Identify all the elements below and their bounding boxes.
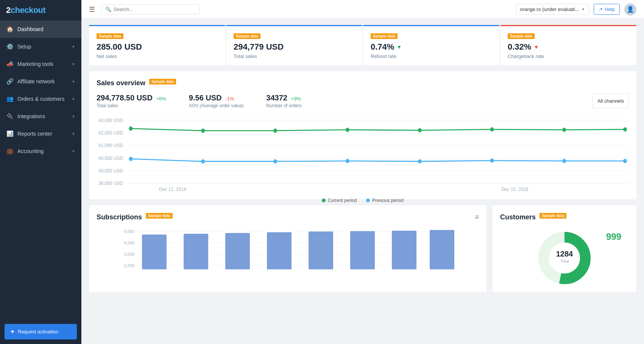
svg-point-20 (562, 128, 566, 132)
stat-total-sales: 294,778.50 USD +6% Total sales (97, 94, 166, 108)
stat-change: -1% (225, 96, 234, 102)
metric-value: 0.74% ▼ (371, 42, 492, 52)
stat-aov: 9.56 USD -1% AOV (Average order value) (189, 94, 244, 108)
svg-rect-43 (350, 231, 375, 269)
metric-card-total-sales: Sample data 294,779 USD Total sales (226, 25, 362, 65)
hamburger-menu-icon[interactable]: ☰ (89, 5, 95, 14)
metric-card-refund-rate: Sample data 0.74% ▼ Refund rate (363, 25, 499, 65)
stat-value: 9.56 USD -1% (189, 94, 244, 102)
svg-rect-39 (184, 234, 208, 269)
metric-card-net-sales: Sample data 285.00 USD Net sales (89, 25, 225, 65)
svg-text:38,000 USD: 38,000 USD (98, 181, 123, 186)
chevron-down-icon: ▼ (72, 45, 75, 49)
main-area: ☰ 🔍 orange.ro (under evaluati... ▼ ↗ Hel… (81, 0, 644, 344)
chart-svg: 43,000 USD 42,000 USD 41,000 USD 40,000 … (97, 116, 629, 192)
sidebar-item-label: Integrations (17, 113, 45, 119)
sidebar-item-affiliate-network[interactable]: 🔗 Affiliate network ▼ (0, 73, 81, 90)
svg-rect-41 (267, 232, 292, 269)
donut-chart-area: 1284 Total 999 (500, 228, 629, 285)
current-period-label: Current period (328, 198, 357, 203)
svg-text:Dec 15, 2018: Dec 15, 2018 (501, 186, 529, 192)
metric-label: Total sales (234, 53, 355, 59)
topbar: ☰ 🔍 orange.ro (under evaluati... ▼ ↗ Hel… (81, 0, 644, 19)
bottom-row: Subscriptions Sample data ≡ 5,000 4,000 … (89, 205, 636, 292)
sidebar-item-setup[interactable]: ⚙️ Setup ▼ (0, 38, 81, 55)
donut-svg: 1284 Total (527, 228, 602, 285)
metric-label: Refund rate (371, 53, 492, 59)
affiliate-icon: 🔗 (6, 78, 14, 85)
search-icon: 🔍 (105, 6, 111, 12)
svg-text:41,000 USD: 41,000 USD (98, 143, 123, 149)
subscriptions-bar-chart: 5,000 4,000 3,000 2,000 (97, 228, 479, 278)
sample-badge: Sample data (508, 33, 535, 39)
previous-period-dot (366, 199, 370, 202)
svg-point-17 (346, 128, 349, 132)
sidebar-nav: 🏠 Dashboard ⚙️ Setup ▼ 📣 Marketing tools… (0, 20, 81, 319)
trend-down-icon: ▼ (396, 44, 402, 50)
svg-point-23 (201, 159, 205, 163)
svg-text:43,000 USD: 43,000 USD (98, 117, 123, 123)
all-channels-button[interactable]: All channels (593, 94, 629, 108)
sidebar-item-label: Orders & customers (17, 96, 64, 102)
search-box[interactable]: 🔍 (101, 4, 200, 14)
sidebar-item-integrations[interactable]: 🔌 Integrations ▼ (0, 108, 81, 125)
customers-card: Customers Sample data 1284 Total 999 (493, 205, 636, 292)
sidebar-item-label: Accounting (17, 148, 44, 154)
sidebar-item-dashboard[interactable]: 🏠 Dashboard (0, 20, 81, 38)
topbar-right: orange.ro (under evaluati... ▼ ↗ Help 👤 (516, 3, 636, 16)
svg-point-16 (273, 128, 277, 133)
metric-value: 0.32% ▼ (508, 42, 629, 52)
previous-period-label: Previous period (372, 198, 404, 203)
sample-badge: Sample data (97, 33, 123, 39)
sidebar-item-label: Setup (17, 44, 31, 50)
reports-icon: 📊 (6, 130, 14, 138)
user-avatar[interactable]: 👤 (624, 3, 636, 16)
metric-value: 285.00 USD (97, 42, 218, 52)
app-logo[interactable]: 2checkout (0, 0, 81, 20)
sidebar-item-accounting[interactable]: 💼 Accounting ▼ (0, 142, 81, 160)
merchant-selector[interactable]: orange.ro (under evaluati... ▼ (516, 4, 589, 15)
svg-text:5,000: 5,000 (124, 229, 134, 234)
customers-highlight-value: 999 (606, 231, 621, 242)
sample-badge: Sample data (149, 79, 176, 84)
svg-point-28 (562, 159, 566, 163)
accounting-icon: 💼 (6, 147, 14, 155)
sidebar-item-reports-center[interactable]: 📊 Reports center ▼ (0, 125, 81, 142)
svg-point-14 (129, 127, 133, 131)
svg-point-18 (418, 128, 422, 132)
bar-chart-svg: 5,000 4,000 3,000 2,000 (97, 228, 479, 277)
metric-label: Net sales (97, 53, 218, 59)
subscriptions-card: Subscriptions Sample data ≡ 5,000 4,000 … (89, 205, 487, 292)
sidebar-item-marketing-tools[interactable]: 📣 Marketing tools ▼ (0, 55, 81, 73)
svg-point-29 (623, 159, 627, 163)
help-button[interactable]: ↗ Help (594, 4, 620, 15)
menu-icon[interactable]: ≡ (475, 213, 479, 221)
stat-label: Number of orders (266, 103, 301, 108)
sidebar-item-label: Affiliate network (17, 78, 55, 84)
svg-text:Dec 11, 2018: Dec 11, 2018 (159, 186, 186, 192)
content-area: Sample data 285.00 USD Net sales Sample … (81, 19, 644, 344)
metric-value: 294,779 USD (234, 42, 355, 52)
svg-rect-45 (430, 230, 454, 269)
chevron-down-icon: ▼ (72, 149, 75, 153)
svg-text:39,000 USD: 39,000 USD (98, 168, 123, 174)
svg-point-24 (273, 159, 277, 163)
sidebar-item-orders-customers[interactable]: 👥 Orders & customers ▼ (0, 90, 81, 108)
chevron-down-icon: ▼ (72, 132, 75, 136)
svg-point-22 (129, 157, 133, 161)
dashboard-icon: 🏠 (6, 25, 14, 33)
chart-legend: Current period Previous period (97, 198, 629, 203)
search-input[interactable] (114, 6, 189, 12)
request-activation-label: Request activation (18, 329, 58, 335)
svg-text:4,000: 4,000 (124, 241, 134, 245)
stat-label: AOV (Average order value) (189, 103, 244, 108)
stat-label: Total sales (97, 103, 166, 108)
stat-orders: 34372 +9% Number of orders (266, 94, 301, 108)
request-activation-button[interactable]: ✦ Request activation (5, 324, 77, 339)
svg-point-15 (201, 128, 205, 133)
sidebar: 2checkout 🏠 Dashboard ⚙️ Setup ▼ 📣 Marke… (0, 0, 81, 344)
sample-badge: Sample data (540, 213, 566, 219)
section-header: Sales overview Sample data (97, 79, 629, 88)
section-title: Subscriptions (97, 213, 142, 221)
metric-card-chargeback-rate: Sample data 0.32% ▼ Chargeback rate (500, 25, 636, 65)
